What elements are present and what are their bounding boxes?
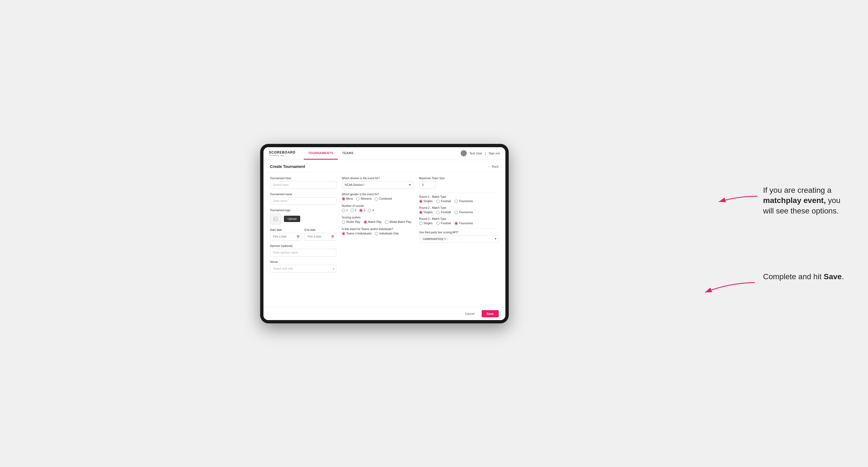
individuals-only-label[interactable]: Individuals Only xyxy=(375,232,399,235)
round2-fourball-radio[interactable] xyxy=(436,211,440,214)
division-select[interactable]: NCAA Division I xyxy=(342,181,414,189)
start-date-label: Start date xyxy=(270,228,302,231)
gender-combined-text: Combined xyxy=(379,197,392,200)
round3-foursomes-radio[interactable] xyxy=(455,222,458,225)
venue-select-wrap: ▾ xyxy=(270,265,336,273)
round-3-label[interactable]: 3 xyxy=(359,209,365,212)
round-4-label[interactable]: 4 xyxy=(368,209,374,212)
api-select-box[interactable]: Leaderboard King ✕ ▾ xyxy=(419,235,499,243)
round-4-radio[interactable] xyxy=(368,209,371,212)
rounds-label: Number of rounds xyxy=(342,205,414,208)
teams-radio-group: Teams (+Individuals) Individuals Only xyxy=(342,232,414,235)
save-button[interactable]: Save xyxy=(482,310,499,317)
avatar xyxy=(461,150,467,156)
date-group: Start date 📅 End date 📅 xyxy=(270,228,336,241)
round-1-label[interactable]: 1 xyxy=(342,209,348,212)
max-team-size-input[interactable] xyxy=(419,181,436,189)
round3-fourball-radio[interactable] xyxy=(436,222,440,225)
round2-match-type-label: Round 2 - Match Type xyxy=(419,206,499,209)
medal-match-play-text: Medal Match Play xyxy=(390,220,411,223)
round2-foursomes-label[interactable]: Foursomes xyxy=(455,211,473,214)
save-annotation-text: Complete and hit Save. xyxy=(763,272,846,282)
upload-button[interactable]: Upload xyxy=(284,216,301,222)
medal-match-play-radio[interactable] xyxy=(385,220,388,224)
gender-mens-label[interactable]: Mens xyxy=(342,197,353,200)
round3-singles-radio[interactable] xyxy=(419,222,423,225)
top-nav: SCOREBOARD Powered by clippr TOURNAMENTS… xyxy=(264,147,505,160)
round1-foursomes-label[interactable]: Foursomes xyxy=(455,200,473,203)
round1-foursomes-text: Foursomes xyxy=(459,200,473,203)
tab-teams[interactable]: TEAMS xyxy=(338,147,358,160)
gender-womens-radio[interactable] xyxy=(356,197,360,200)
round2-singles-radio[interactable] xyxy=(419,211,423,214)
round1-singles-radio[interactable] xyxy=(419,200,423,203)
round3-options: Singles Fourball Foursomes xyxy=(419,222,499,225)
round3-foursomes-label[interactable]: Foursomes xyxy=(455,222,473,225)
round2-options: Singles Fourball Foursomes xyxy=(419,211,499,214)
match-play-label[interactable]: Match Play xyxy=(364,220,382,224)
round-3-radio[interactable] xyxy=(359,209,363,212)
gender-mens-radio[interactable] xyxy=(342,197,345,200)
round2-fourball-text: Fourball xyxy=(441,211,451,214)
round-2-label[interactable]: 2 xyxy=(350,209,356,212)
form-header: Create Tournament ← Back xyxy=(264,160,505,172)
sign-out-link[interactable]: Sign out xyxy=(489,152,500,155)
svg-point-1 xyxy=(275,218,275,219)
user-name: Test User xyxy=(469,152,482,155)
round3-fourball-label[interactable]: Fourball xyxy=(436,222,451,225)
venue-chevron-icon: ▾ xyxy=(333,267,334,270)
round-1-radio[interactable] xyxy=(342,209,345,212)
nav-right: Test User | Sign out xyxy=(461,150,500,156)
round1-fourball-radio[interactable] xyxy=(436,200,440,203)
form-col-left: Tournament Host Tournament name Tourname… xyxy=(270,177,336,303)
cancel-button[interactable]: Cancel xyxy=(461,310,479,317)
gender-combined-label[interactable]: Combined xyxy=(375,197,392,200)
scoring-group: Scoring system Stroke Play Match Play xyxy=(342,216,414,224)
teams-individuals-radio[interactable] xyxy=(342,232,345,235)
round1-singles-label[interactable]: Singles xyxy=(419,200,433,203)
gender-radio-group: Mens Womens Combined xyxy=(342,197,414,200)
round2-singles-label[interactable]: Singles xyxy=(419,211,433,214)
divider-1 xyxy=(419,193,499,193)
medal-match-play-label[interactable]: Medal Match Play xyxy=(385,220,411,224)
round1-match-type: Round 1 - Match Type Singles Fourball xyxy=(419,195,499,203)
form-container: Create Tournament ← Back Tournament Host… xyxy=(264,160,505,320)
api-tag-remove[interactable]: ✕ xyxy=(444,238,446,240)
round2-foursomes-radio[interactable] xyxy=(455,211,458,214)
form-footer: Cancel Save xyxy=(264,307,505,320)
rounds-radio-group: 1 2 3 4 xyxy=(342,209,414,212)
back-link[interactable]: ← Back xyxy=(488,165,499,168)
round2-fourball-label[interactable]: Fourball xyxy=(436,211,451,214)
tablet-screen: SCOREBOARD Powered by clippr TOURNAMENTS… xyxy=(264,147,505,320)
max-team-size-label: Maximum Team Size xyxy=(419,177,499,180)
tab-tournaments[interactable]: TOURNAMENTS xyxy=(304,147,338,160)
round-2-text: 2 xyxy=(355,209,356,212)
round1-fourball-label[interactable]: Fourball xyxy=(436,200,451,203)
save-arrow xyxy=(702,280,757,298)
gender-combined-radio[interactable] xyxy=(375,197,378,200)
stroke-play-radio[interactable] xyxy=(342,220,345,224)
teams-label: Is this event for Teams and/or Individua… xyxy=(342,227,414,230)
gender-womens-label[interactable]: Womens xyxy=(356,197,371,200)
round3-fourball-text: Fourball xyxy=(441,222,451,225)
individuals-only-radio[interactable] xyxy=(375,232,378,235)
venue-input[interactable] xyxy=(270,265,336,273)
api-tag: Leaderboard King ✕ xyxy=(422,237,448,241)
tournament-name-input[interactable] xyxy=(270,197,336,205)
calendar-icon-start: 📅 xyxy=(296,235,300,238)
teams-individuals-label[interactable]: Teams (+Individuals) xyxy=(342,232,372,235)
round1-foursomes-radio[interactable] xyxy=(455,200,458,203)
division-group: Which division is the event for? NCAA Di… xyxy=(342,177,414,189)
round1-match-type-label: Round 1 - Match Type xyxy=(419,195,499,198)
round-2-radio[interactable] xyxy=(350,209,354,212)
arrow-svg-matchplay xyxy=(716,193,760,207)
matchplay-annotation-text: If you are creating a matchplay event, y… xyxy=(763,185,846,216)
match-play-radio[interactable] xyxy=(364,220,367,224)
round3-match-type: Round 3 - Match Type Singles Fourball xyxy=(419,217,499,225)
round3-singles-label[interactable]: Singles xyxy=(419,222,433,225)
round-4-text: 4 xyxy=(372,209,374,212)
stroke-play-label[interactable]: Stroke Play xyxy=(342,220,361,224)
sponsor-input[interactable] xyxy=(270,249,336,256)
api-tag-value: Leaderboard King xyxy=(423,238,443,240)
tournament-host-input[interactable] xyxy=(270,181,336,189)
